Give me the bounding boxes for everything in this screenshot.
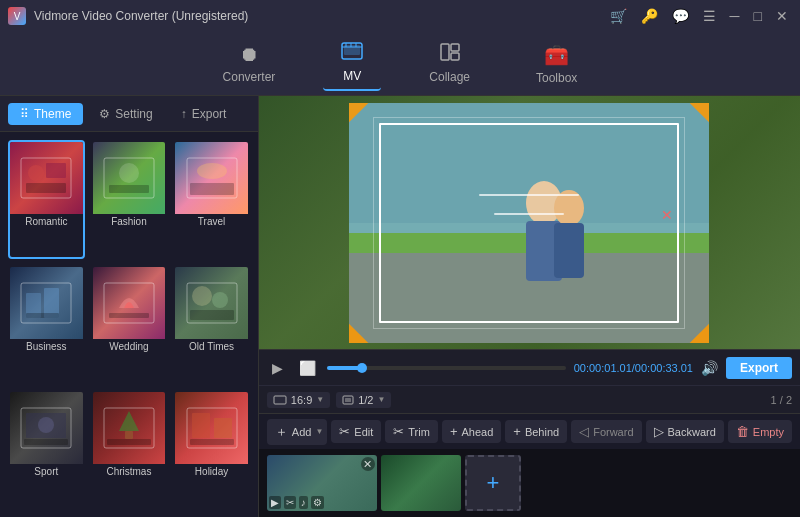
svg-rect-6 [441, 44, 449, 60]
play-button[interactable]: ▶ [267, 357, 289, 379]
trim-icon: ✂ [393, 424, 404, 439]
theme-label-travel: Travel [175, 214, 248, 231]
page-value: 1/2 [358, 394, 373, 406]
timeline-clip-2[interactable] [381, 455, 461, 511]
add-arrow-icon: ▼ [315, 427, 323, 436]
svg-rect-38 [192, 413, 210, 438]
svg-rect-35 [125, 431, 133, 439]
page-selector[interactable]: 1/2 ▼ [336, 392, 391, 408]
right-panel: ✕ ▶ ⬜ 00:00:01.01/00:00:33.01 🔊 Export 1… [259, 96, 800, 517]
add-clip-button[interactable]: + [465, 455, 521, 511]
main-nav: ⏺ Converter MV Collage 🧰 Toolbox [0, 32, 800, 96]
edit-label: Edit [354, 426, 373, 438]
theme-item-wedding[interactable]: Wedding [91, 265, 168, 384]
progress-bar[interactable] [327, 366, 566, 370]
edit-button[interactable]: ✂ Edit [331, 420, 381, 443]
behind-label: Behind [525, 426, 559, 438]
key-icon[interactable]: 🔑 [637, 6, 662, 26]
theme-grid: Romantic Fashion [0, 132, 258, 517]
svg-rect-7 [451, 44, 459, 51]
tab-mv[interactable]: MV [323, 36, 381, 91]
chat-icon[interactable]: 💬 [668, 6, 693, 26]
tab-converter[interactable]: ⏺ Converter [205, 37, 294, 90]
mv-icon [341, 42, 363, 65]
minimize-icon[interactable]: ─ [726, 6, 744, 26]
theme-label-wedding: Wedding [93, 339, 166, 356]
theme-item-romantic[interactable]: Romantic [8, 140, 85, 259]
clip-cut-icon[interactable]: ✂ [284, 496, 296, 509]
theme-thumb-travel [175, 142, 248, 214]
add-label: Add [292, 426, 312, 438]
export-button[interactable]: Export [726, 357, 792, 379]
theme-item-christmas[interactable]: Christmas [91, 390, 168, 509]
theme-thumb-holiday [175, 392, 248, 464]
trim-button[interactable]: ✂ Trim [385, 420, 438, 443]
maximize-icon[interactable]: □ [750, 6, 766, 26]
bottom-toolbar: ＋ Add ▼ ✂ Edit ✂ Trim + Ahead + Behind ◁ [259, 413, 800, 449]
svg-rect-24 [109, 313, 149, 318]
clip-settings-icon[interactable]: ⚙ [311, 496, 324, 509]
content: ⠿ Theme ⚙ Setting ↑ Export [0, 96, 800, 517]
add-button[interactable]: ＋ Add ▼ [267, 419, 328, 445]
export-icon: ↑ [181, 107, 187, 121]
theme-item-business[interactable]: Business [8, 265, 85, 384]
left-panel: ⠿ Theme ⚙ Setting ↑ Export [0, 96, 259, 517]
svg-rect-12 [26, 183, 66, 193]
theme-thumb-fashion [93, 142, 166, 214]
ahead-button[interactable]: + Ahead [442, 420, 501, 443]
tab-converter-label: Converter [223, 70, 276, 84]
cart-icon[interactable]: 🛒 [606, 6, 631, 26]
clip-1-controls: ▶ ✂ ♪ ⚙ [269, 496, 324, 509]
svg-rect-8 [451, 53, 459, 60]
converter-icon: ⏺ [239, 43, 259, 66]
subtab-theme[interactable]: ⠿ Theme [8, 103, 83, 125]
menu-icon[interactable]: ☰ [699, 6, 720, 26]
volume-icon[interactable]: 🔊 [701, 360, 718, 376]
svg-rect-22 [26, 313, 59, 318]
theme-item-fashion[interactable]: Fashion [91, 140, 168, 259]
svg-rect-28 [190, 310, 234, 320]
forward-label: Forward [593, 426, 633, 438]
ratio-arrow-icon: ▼ [316, 395, 324, 404]
theme-item-oldtimes[interactable]: Old Times [173, 265, 250, 384]
backward-icon: ▷ [654, 424, 664, 439]
theme-thumb-romantic [10, 142, 83, 214]
backward-button[interactable]: ▷ Backward [646, 420, 724, 443]
tab-collage[interactable]: Collage [411, 37, 488, 90]
svg-rect-40 [190, 439, 234, 445]
stop-button[interactable]: ⬜ [297, 357, 319, 379]
theme-thumb-sport [10, 392, 83, 464]
svg-point-14 [119, 163, 139, 183]
titlebar-left: V Vidmore Video Converter (Unregistered) [8, 7, 248, 25]
subtab-export[interactable]: ↑ Export [169, 103, 239, 125]
close-icon[interactable]: ✕ [772, 6, 792, 26]
progress-fill [327, 366, 363, 370]
subtab-setting[interactable]: ⚙ Setting [87, 103, 164, 125]
theme-item-travel[interactable]: Travel [173, 140, 250, 259]
app-icon: V [8, 7, 26, 25]
player-controls: ▶ ⬜ 00:00:01.01/00:00:33.01 🔊 Export [259, 349, 800, 385]
empty-button[interactable]: 🗑 Empty [728, 420, 792, 443]
forward-button[interactable]: ◁ Forward [571, 420, 641, 443]
svg-point-47 [554, 190, 584, 226]
svg-point-31 [38, 417, 54, 433]
page-arrow-icon: ▼ [377, 395, 385, 404]
ratio-icon [273, 395, 287, 405]
behind-button[interactable]: + Behind [505, 420, 567, 443]
theme-label-christmas: Christmas [93, 464, 166, 481]
clip-1-delete-icon[interactable]: ✕ [361, 457, 375, 471]
svg-point-26 [192, 286, 212, 306]
clip-audio-icon[interactable]: ♪ [299, 496, 308, 509]
theme-item-holiday[interactable]: Holiday [173, 390, 250, 509]
forward-icon: ◁ [579, 424, 589, 439]
ratio-value: 16:9 [291, 394, 312, 406]
tab-toolbox[interactable]: 🧰 Toolbox [518, 37, 595, 91]
sub-tabs: ⠿ Theme ⚙ Setting ↑ Export [0, 96, 258, 132]
theme-label-fashion: Fashion [93, 214, 166, 231]
ratio-selector[interactable]: 16:9 ▼ [267, 392, 330, 408]
svg-rect-11 [46, 163, 66, 178]
clip-play-icon[interactable]: ▶ [269, 496, 281, 509]
timeline-clip-1[interactable]: ✕ ▶ ✂ ♪ ⚙ [267, 455, 377, 511]
collage-icon [440, 43, 460, 66]
theme-item-sport[interactable]: Sport [8, 390, 85, 509]
